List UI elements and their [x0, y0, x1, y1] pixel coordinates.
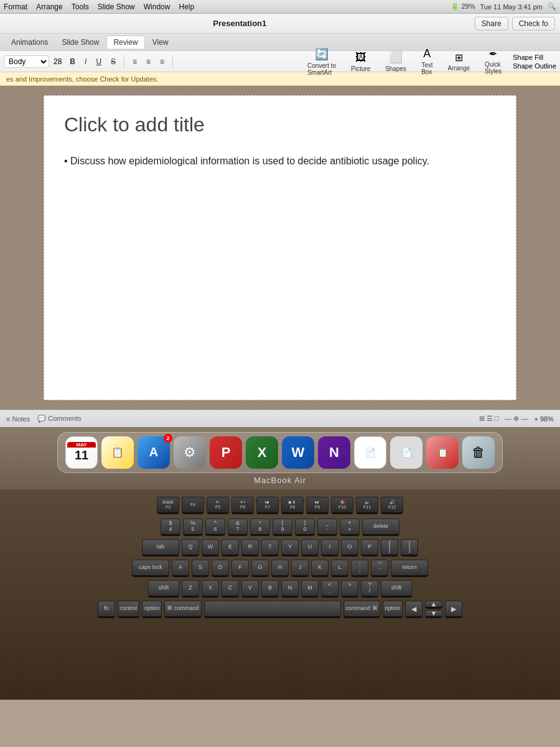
menu-help[interactable]: Help	[179, 2, 194, 11]
key-semi[interactable]: :;	[351, 560, 368, 577]
key-m[interactable]: M	[301, 580, 319, 598]
key-q[interactable]: Q	[182, 539, 199, 557]
dock-icon-appstore[interactable]: A 2	[138, 436, 170, 469]
key-dollar-4[interactable]: $4	[161, 519, 180, 536]
key-g[interactable]: G	[251, 560, 269, 577]
key-f11[interactable]: 🔉F11	[356, 497, 378, 514]
key-cmd-right[interactable]: command ⌘	[343, 601, 380, 618]
slide-area[interactable]: Click to add title Discuss how epidemiol…	[0, 86, 560, 410]
key-rbrace[interactable]: }]	[401, 539, 418, 557]
shapes-group[interactable]: ⬜ Shapes	[381, 48, 410, 75]
key-n[interactable]: N	[281, 580, 299, 598]
key-s[interactable]: S	[192, 560, 209, 577]
key-z[interactable]: Z	[182, 580, 199, 598]
align-left-button[interactable]: ≡	[129, 55, 141, 68]
key-l[interactable]: L	[331, 560, 348, 577]
key-f[interactable]: F	[231, 560, 249, 577]
key-fn[interactable]: fn	[98, 601, 115, 618]
key-x[interactable]: X	[202, 580, 219, 598]
key-f5[interactable]: ☀-F5	[207, 497, 229, 514]
slide[interactable]: Click to add title Discuss how epidemiol…	[44, 95, 516, 400]
key-c[interactable]: C	[222, 580, 239, 598]
key-shift-left[interactable]: shift	[148, 580, 179, 598]
key-f3[interactable]: ⊞⊞⊞F3	[157, 497, 179, 514]
key-e[interactable]: E	[222, 539, 239, 557]
key-option[interactable]: option	[142, 601, 162, 618]
key-o[interactable]: O	[341, 539, 358, 557]
key-f8[interactable]: ▶⏸F8	[281, 497, 304, 514]
dock-icon-excel[interactable]: X	[246, 436, 278, 469]
key-d[interactable]: D	[212, 560, 229, 577]
key-f7[interactable]: ⏮F7	[256, 497, 279, 514]
menu-window[interactable]: Window	[144, 2, 170, 11]
picture-group[interactable]: 🖼 Picture	[347, 49, 374, 75]
dock-icon-trash[interactable]: 🗑	[462, 436, 495, 469]
menu-tools[interactable]: Tools	[72, 2, 89, 11]
comments-button[interactable]: 💬 Comments	[37, 415, 81, 423]
key-v[interactable]: V	[241, 580, 259, 598]
menu-arrange[interactable]: Arrange	[36, 2, 63, 11]
key-t[interactable]: T	[261, 539, 279, 557]
align-center-button[interactable]: ≡	[142, 55, 154, 68]
key-f12[interactable]: 🔊F12	[381, 497, 403, 514]
italic-button[interactable]: I	[81, 55, 90, 68]
key-return[interactable]: return	[391, 560, 428, 577]
dock-icon-preview2[interactable]: 📄	[390, 436, 422, 469]
key-equals[interactable]: +=	[340, 519, 360, 536]
key-i[interactable]: I	[321, 539, 338, 557]
dock-icon-preview1[interactable]: 📄	[354, 436, 386, 469]
key-u[interactable]: U	[301, 539, 319, 557]
dock-icon-preview3[interactable]: 📋	[426, 436, 459, 469]
key-shift-right[interactable]: shift	[381, 580, 412, 598]
tab-animations[interactable]: Animations	[5, 36, 54, 49]
key-star-8[interactable]: *8	[250, 519, 270, 536]
font-style-select[interactable]: BodyHeading	[4, 55, 49, 68]
dock-icon-calendar[interactable]: MAY 11	[65, 436, 98, 469]
key-quote[interactable]: "'	[371, 560, 388, 577]
slide-bullet[interactable]: Discuss how epidemiological information …	[64, 154, 496, 169]
key-ctrl[interactable]: control	[118, 601, 139, 618]
key-a[interactable]: A	[172, 560, 189, 577]
tab-view[interactable]: View	[146, 36, 175, 49]
strikethrough-button[interactable]: S	[107, 55, 119, 68]
key-y[interactable]: Y	[281, 539, 299, 557]
dock-icon-settings[interactable]: ⚙	[174, 436, 206, 469]
key-period[interactable]: >.	[341, 580, 358, 598]
quick-styles-group[interactable]: ✒ QuickStyles	[481, 45, 505, 77]
slide-title[interactable]: Click to add title	[64, 113, 496, 136]
share-button[interactable]: Share	[475, 17, 508, 31]
key-f4[interactable]: F4	[182, 497, 204, 514]
check-button[interactable]: Check fo	[512, 17, 555, 31]
dock-icon-onenote[interactable]: N	[318, 436, 350, 469]
key-j[interactable]: J	[291, 560, 309, 577]
key-f6[interactable]: ☀+F6	[231, 497, 254, 514]
key-space[interactable]	[204, 601, 341, 618]
tab-review[interactable]: Review	[106, 35, 144, 49]
key-f10[interactable]: 🔇F10	[331, 497, 353, 514]
key-comma[interactable]: <,	[321, 580, 338, 598]
bold-button[interactable]: B	[66, 55, 79, 68]
key-caret-6[interactable]: ^6	[205, 519, 225, 536]
notes-button[interactable]: ≡ Notes	[6, 415, 30, 423]
key-lparen-9[interactable]: (9	[273, 519, 292, 536]
key-arrow-right[interactable]: ▶	[445, 601, 462, 618]
menu-format[interactable]: Format	[4, 2, 27, 11]
key-amp-7[interactable]: &7	[228, 519, 248, 536]
key-f9[interactable]: ⏭F9	[306, 497, 329, 514]
text-box-group[interactable]: A TextBox	[418, 45, 436, 78]
view-icons[interactable]: ⊞ ☰ □	[479, 415, 499, 423]
key-delete[interactable]: delete	[362, 519, 399, 536]
key-cmd-left[interactable]: ⌘ command	[164, 601, 201, 618]
key-h[interactable]: H	[271, 560, 289, 577]
align-right-button[interactable]: ≡	[156, 55, 168, 68]
key-arrow-up[interactable]: ▲	[425, 601, 442, 609]
key-r[interactable]: R	[241, 539, 259, 557]
key-minus[interactable]: _-	[317, 519, 337, 536]
key-option-right[interactable]: option	[383, 601, 403, 618]
convert-smartart-group[interactable]: 🔄 Convert toSmartArt	[304, 45, 340, 78]
key-slash[interactable]: ?/	[361, 580, 378, 598]
key-arrow-down[interactable]: ▼	[425, 610, 442, 618]
underline-button[interactable]: U	[92, 55, 105, 68]
key-rparen-0[interactable]: )0	[295, 519, 315, 536]
menu-slideshow[interactable]: Slide Show	[98, 2, 135, 11]
